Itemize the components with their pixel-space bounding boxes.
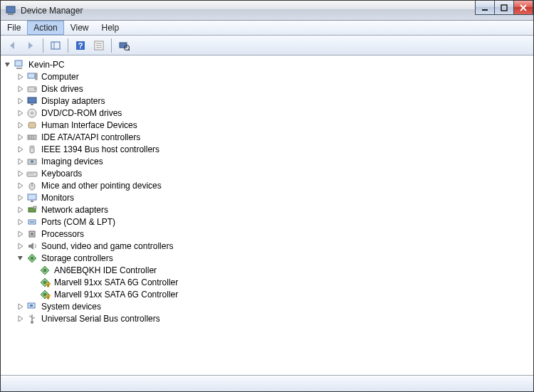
statusbar — [1, 376, 533, 391]
svg-rect-3 — [501, 5, 507, 11]
tree-item-label: Display adapters — [40, 95, 106, 107]
tree-item-label: Imaging devices — [40, 156, 105, 167]
svg-rect-37 — [28, 174, 29, 174]
tree-category[interactable]: IDE ATA/ATAPI controllers — [16, 131, 533, 143]
display-icon — [26, 95, 38, 107]
collapse-icon[interactable] — [16, 254, 25, 263]
imaging-icon — [26, 156, 38, 167]
svg-point-33 — [31, 147, 33, 149]
tree-item-label: Processors — [40, 228, 85, 240]
expand-icon[interactable] — [16, 314, 25, 323]
twisty-none — [29, 266, 38, 275]
svg-point-48 — [30, 221, 31, 223]
tree-category[interactable]: Keyboards — [16, 167, 533, 179]
tree-category[interactable]: Processors — [16, 228, 533, 240]
back-button[interactable] — [4, 37, 21, 54]
tree-item-label: Keyboards — [40, 168, 83, 179]
expand-icon[interactable] — [16, 121, 25, 129]
tree-category[interactable]: Disk drives — [16, 83, 533, 95]
svg-text:!: ! — [48, 295, 49, 300]
tree-item-label: Kevin-PC — [27, 59, 66, 70]
svg-rect-46 — [33, 206, 36, 208]
expand-icon[interactable] — [16, 194, 25, 202]
expand-icon[interactable] — [16, 157, 25, 166]
properties-button[interactable] — [90, 37, 108, 54]
menu-action[interactable]: Action — [27, 21, 63, 35]
expand-icon[interactable] — [16, 206, 25, 214]
tree-category[interactable]: Monitors — [16, 191, 533, 203]
tree-item-label: AN6EBQKH IDE Controller — [53, 265, 158, 276]
minimize-button[interactable] — [475, 1, 495, 15]
toolbar: ? — [1, 36, 533, 55]
svg-rect-43 — [28, 194, 36, 200]
close-button[interactable] — [513, 1, 533, 15]
keyboard-icon — [26, 168, 38, 179]
forward-button[interactable] — [22, 37, 39, 54]
tree-category[interactable]: Mice and other pointing devices — [16, 179, 533, 191]
svg-line-16 — [128, 49, 130, 51]
tree-category[interactable]: Ports (COM & LPT) — [16, 216, 533, 228]
tree-category[interactable]: Imaging devices — [16, 155, 533, 167]
tree-category[interactable]: Universal Serial Bus controllers — [16, 312, 533, 324]
maximize-button[interactable] — [494, 1, 514, 15]
svg-rect-24 — [31, 104, 33, 105]
expand-icon[interactable] — [16, 181, 25, 190]
ide-icon — [26, 132, 38, 143]
tree-item-label: System devices — [40, 301, 103, 312]
system-icon — [26, 301, 38, 312]
expand-icon[interactable] — [16, 230, 25, 238]
expand-icon[interactable] — [16, 302, 25, 311]
svg-rect-44 — [31, 201, 33, 202]
menu-file[interactable]: File — [1, 21, 27, 35]
expand-icon[interactable] — [16, 145, 25, 154]
tree-view[interactable]: Kevin-PCComputerDisk drivesDisplay adapt… — [1, 55, 533, 376]
tree-item-label: Marvell 91xx SATA 6G Controller — [53, 289, 179, 300]
tree-root[interactable]: Kevin-PC — [4, 58, 533, 70]
tree-item-label: Monitors — [40, 192, 75, 203]
collapse-icon[interactable] — [4, 60, 12, 69]
titlebar[interactable]: Device Manager — [1, 1, 533, 21]
tree-category[interactable]: Storage controllers — [16, 252, 533, 264]
tree-category[interactable]: Display adapters — [16, 95, 533, 107]
tree-item-label: Disk drives — [40, 83, 85, 95]
tree-category[interactable]: Network adapters — [16, 203, 533, 216]
window-controls — [476, 1, 533, 15]
tree-category[interactable]: Sound, video and game controllers — [16, 240, 533, 252]
expand-icon[interactable] — [16, 85, 25, 93]
expand-icon[interactable] — [16, 73, 25, 81]
svg-rect-1 — [8, 14, 14, 15]
tree-category[interactable]: DVD/CD-ROM drives — [16, 107, 533, 119]
show-hide-button[interactable] — [47, 37, 64, 54]
svg-rect-6 — [51, 42, 60, 49]
tree-device[interactable]: AN6EBQKH IDE Controller — [29, 264, 533, 276]
svg-rect-54 — [43, 269, 46, 272]
app-icon — [5, 5, 16, 16]
help-button[interactable]: ? — [72, 37, 89, 54]
tree-category[interactable]: IEEE 1394 Bus host controllers — [16, 143, 533, 155]
expand-icon[interactable] — [16, 169, 25, 178]
tree-category[interactable]: Human Interface Devices — [16, 119, 533, 131]
menubar: File Action View Help — [1, 21, 533, 36]
svg-point-35 — [31, 160, 33, 163]
tree-item-label: Mice and other pointing devices — [40, 180, 163, 191]
svg-rect-53 — [31, 257, 33, 260]
tree-device[interactable]: !Marvell 91xx SATA 6G Controller — [29, 288, 533, 300]
pc-icon — [14, 59, 25, 70]
expand-icon[interactable] — [16, 109, 25, 117]
svg-rect-18 — [16, 68, 22, 69]
expand-icon[interactable] — [16, 133, 25, 142]
tree-device[interactable]: !Marvell 91xx SATA 6G Controller — [29, 276, 533, 288]
cdrom-icon — [26, 107, 38, 119]
expand-icon[interactable] — [16, 218, 25, 226]
expand-icon[interactable] — [16, 97, 25, 105]
menu-help[interactable]: Help — [95, 21, 126, 35]
tree-category[interactable]: Computer — [16, 70, 533, 83]
menu-view[interactable]: View — [64, 21, 95, 35]
tree-item-label: Sound, video and game controllers — [40, 240, 174, 252]
storage-icon: ! — [39, 277, 51, 288]
mouse-icon — [26, 180, 38, 191]
expand-icon[interactable] — [16, 242, 25, 250]
separator-icon — [43, 38, 43, 53]
scan-hardware-button[interactable] — [115, 37, 132, 54]
tree-category[interactable]: System devices — [16, 300, 533, 312]
